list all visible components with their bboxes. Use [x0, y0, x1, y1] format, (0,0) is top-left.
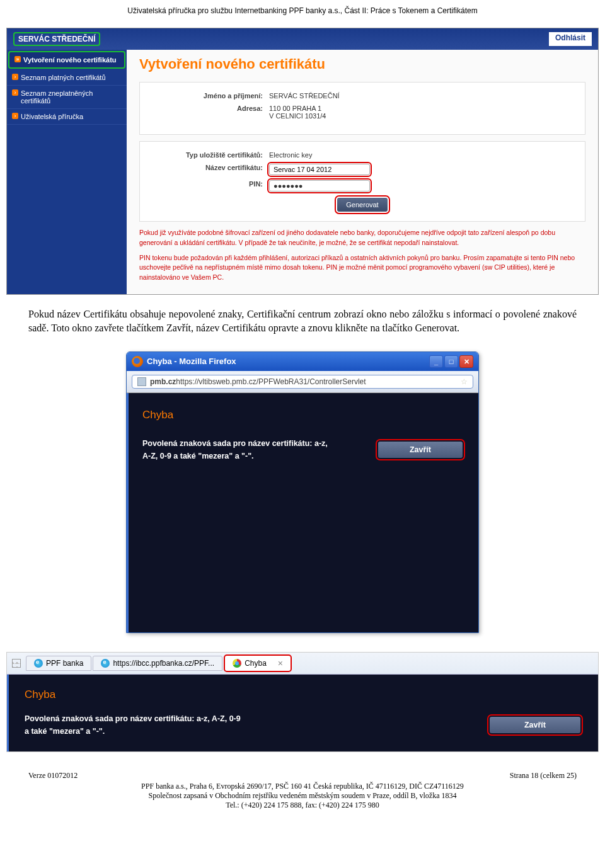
- address-line2: V CELNICI 1031/4: [269, 112, 326, 120]
- address-line1: 110 00 PRAHA 1: [269, 105, 326, 112]
- body-paragraph: Pokud název Certifikátu obsahuje nepovol…: [0, 307, 605, 351]
- tab-ppf-banka[interactable]: PPF banka: [26, 656, 91, 671]
- logout-button[interactable]: Odhlásit: [549, 32, 592, 46]
- url-path: https://vltibsweb.pmb.cz/PPFWebRA31/Cont…: [176, 377, 366, 386]
- url-host: pmb.cz: [150, 377, 176, 386]
- ie-content: Chyba Povolená znaková sada pro název ce…: [7, 675, 598, 751]
- certname-input[interactable]: [269, 164, 370, 175]
- firefox-dialog: Chyba - Mozilla Firefox _ □ ✕ pmb.cz htt…: [126, 351, 479, 633]
- label-pin: PIN:: [149, 180, 269, 191]
- window-close-button[interactable]: ✕: [459, 355, 473, 368]
- firefox-icon: [132, 356, 143, 367]
- footer-line2: Společnost zapsaná v Obchodním rejstříku…: [28, 791, 577, 801]
- topbar: SERVÁC STŘEDEČNÍ Odhlásit: [7, 28, 598, 50]
- page-number: Strana 18 (celkem 25): [510, 771, 577, 780]
- ie-tabs: PPF banka https://ibcc.ppfbanka.cz/PPF..…: [7, 653, 598, 675]
- firefox-addressbar: pmb.cz https://vltibsweb.pmb.cz/PPFWebRA…: [127, 371, 478, 393]
- version-text: Verze 01072012: [28, 771, 78, 780]
- minimize-button[interactable]: _: [429, 355, 443, 368]
- error-msg-line2: a také "mezera" a "-".: [25, 725, 477, 738]
- ie-block: PPF banka https://ibcc.ppfbanka.cz/PPF..…: [6, 652, 599, 752]
- firefox-content: Chyba Povolená znaková sada pro název ce…: [127, 393, 478, 632]
- value-address: 110 00 PRAHA 1 V CELNICI 1031/4: [269, 105, 326, 120]
- tab-close-icon[interactable]: ×: [278, 658, 283, 668]
- generate-button[interactable]: Generovat: [337, 198, 387, 212]
- bookmark-star-icon[interactable]: ☆: [461, 377, 468, 386]
- maximize-button[interactable]: □: [444, 355, 458, 368]
- document-header: Uživatelská příručka pro službu Internet…: [0, 0, 605, 28]
- error-msg-line2: A-Z, 0-9 a také "mezera" a "-".: [142, 450, 366, 462]
- tab-label: https://ibcc.ppfbanka.cz/PPF...: [113, 659, 214, 668]
- tab-label: Chyba: [245, 659, 267, 668]
- error-message: Povolená znaková sada pro název certifik…: [25, 712, 477, 738]
- error-msg-line1: Povolená znaková sada pro název certifik…: [25, 712, 477, 725]
- sidebar-item-revoked-certs[interactable]: Seznam zneplatněných certifikátů: [7, 86, 127, 109]
- url-field[interactable]: pmb.cz https://vltibsweb.pmb.cz/PPFWebRA…: [132, 375, 473, 389]
- sidebar-item-create-cert[interactable]: Vytvoření nového certifikátu: [8, 51, 125, 69]
- tab-ibcc[interactable]: https://ibcc.ppfbanka.cz/PPF...: [93, 656, 222, 671]
- main-content: Vytvoření nového certifikátu Jméno a pří…: [127, 50, 598, 294]
- ie-icon: [101, 659, 110, 668]
- page-title: Vytvoření nového certifikátu: [139, 56, 585, 72]
- warning-p1: Pokud již využíváte podobné šifrovací za…: [139, 228, 585, 248]
- close-button[interactable]: Zavřít: [378, 442, 463, 458]
- document-footer: Verze 01072012 Strana 18 (celkem 25) PPF…: [0, 758, 605, 819]
- footer-line3: Tel.: (+420) 224 175 888, fax: (+420) 22…: [28, 801, 577, 810]
- label-certname: Název certifikátu:: [149, 164, 269, 175]
- cert-form-block: Typ uložiště certifikátů: Electronic key…: [139, 141, 585, 222]
- label-address: Adresa:: [149, 105, 269, 120]
- error-msg-line1: Povolená znaková sada pro název certifik…: [142, 437, 366, 450]
- warning-text: Pokud již využíváte podobné šifrovací za…: [139, 228, 585, 283]
- identity-block: Jméno a příjmení: SERVÁC STŘEDEČNÍ Adres…: [139, 82, 585, 135]
- label-name: Jméno a příjmení:: [149, 92, 269, 100]
- label-storage: Typ uložiště certifikátů:: [149, 151, 269, 159]
- user-name: SERVÁC STŘEDEČNÍ: [13, 32, 100, 46]
- ie-icon: [34, 659, 43, 668]
- warning-p2: PIN tokenu bude požadován při každém při…: [139, 253, 585, 283]
- error-message: Povolená znaková sada pro název certifik…: [142, 437, 366, 462]
- chrome-icon: [233, 659, 241, 668]
- value-name: SERVÁC STŘEDEČNÍ: [269, 92, 340, 100]
- pin-input[interactable]: ●●●●●●●: [269, 180, 370, 191]
- error-heading: Chyba: [142, 409, 463, 421]
- close-button[interactable]: Zavřít: [490, 717, 580, 733]
- tab-chyba[interactable]: Chyba ×: [224, 654, 292, 672]
- footer-line1: PPF banka a.s., Praha 6, Evropská 2690/1…: [28, 782, 577, 791]
- firefox-title: Chyba - Mozilla Firefox: [147, 357, 236, 366]
- firefox-titlebar: Chyba - Mozilla Firefox _ □ ✕: [127, 352, 478, 371]
- screenshot-ib-app: SERVÁC STŘEDEČNÍ Odhlásit Vytvoření nové…: [6, 28, 599, 295]
- error-heading: Chyba: [25, 688, 580, 701]
- quick-tabs-icon[interactable]: [12, 659, 21, 668]
- tab-label: PPF banka: [46, 659, 83, 668]
- value-storage: Electronic key: [269, 151, 312, 159]
- sidebar-item-user-guide[interactable]: Uživatelská příručka: [7, 109, 127, 125]
- sidebar-item-valid-certs[interactable]: Seznam platných certifikátů: [7, 70, 127, 86]
- sidebar: Vytvoření nového certifikátu Seznam plat…: [7, 50, 127, 294]
- page-icon: [137, 377, 146, 386]
